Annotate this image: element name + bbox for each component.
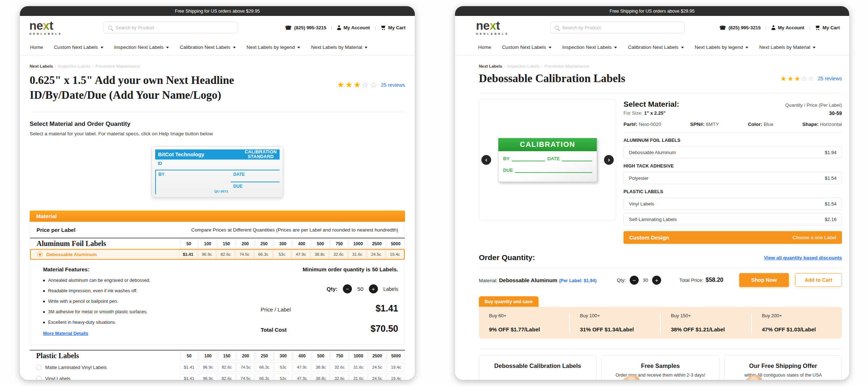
shop-now-button[interactable]: Shop Now (739, 273, 789, 287)
promo-card-free-shipping[interactable]: Our Free Shipping Offer within 48 contig… (724, 355, 842, 380)
label-due-field: DUE (231, 182, 280, 194)
material-row-label: Vinyl Labels (36, 376, 179, 380)
my-account-link[interactable]: My Account (771, 25, 804, 30)
option-debossable-aluminum[interactable]: Debossable Aluminum $1.94 (624, 146, 842, 158)
my-cart-link[interactable]: My Cart (815, 25, 840, 30)
option-vinyl-labels[interactable]: Vinyl Labels $1.54 (624, 198, 842, 210)
carousel-next-button[interactable]: › (604, 155, 614, 165)
feature-item: Annealed aluminum can be engraved or deb… (43, 278, 237, 283)
right-page-content: Next Labels › Inspection Labels › Preven… (455, 55, 849, 380)
radio-selected-icon[interactable] (37, 252, 43, 257)
radio-icon[interactable] (36, 376, 42, 380)
qty-increase-button[interactable]: + (369, 284, 378, 293)
nav-calibration-next-labels[interactable]: Calibration Next Labels (628, 44, 684, 50)
phone-number: (825) 995-3215 (294, 25, 326, 30)
nav-label: Inspection Next Labels (562, 44, 612, 50)
price-cell: 19.4c (387, 374, 405, 380)
search-input[interactable] (562, 25, 680, 30)
phone-link[interactable]: ☎(825) 995-3215 (719, 25, 761, 30)
qty-decrease-button[interactable]: − (343, 284, 352, 293)
site-logo[interactable]: next GENLABELS (29, 20, 62, 35)
qty-unit: Labels (383, 286, 398, 292)
star-icon: ★ (353, 81, 361, 89)
page-title: 0.625" x 1.5" Add your own Next Headline… (30, 73, 234, 102)
label-by-field: BYQC-3571 (155, 170, 231, 194)
search-input[interactable] (115, 25, 233, 30)
promo-card-free-samples[interactable]: Free Samples Order now and receive them … (601, 355, 719, 380)
nav-next-labels-by-legend[interactable]: Next Labels by legend (695, 44, 749, 50)
option-label: Polyester (629, 175, 648, 181)
price-cell: 82.6c (218, 374, 236, 380)
nav-next-labels-by-material[interactable]: Next Labels by Material (311, 44, 367, 50)
label-preview-body: ID DATE BYQC-3571 DUE (155, 160, 280, 194)
add-to-cart-button[interactable]: Add to Cart (795, 273, 842, 287)
spec-label: Color: (748, 122, 762, 127)
selected-material: Material:Debossable Aluminum(Per Label: … (479, 277, 596, 283)
nav-label: Next Labels by legend (695, 44, 743, 50)
breadcrumb-item[interactable]: Preventive Maintenance (545, 64, 589, 68)
per-label-price[interactable]: (Per Label: $1.94) (559, 278, 597, 283)
carousel-prev-button[interactable]: ‹ (481, 155, 491, 165)
qty-header-cell: 50 (180, 351, 198, 360)
breadcrumb-separator: › (541, 64, 543, 68)
breadcrumb-item[interactable]: Next Labels (479, 64, 502, 68)
qty-increase-button[interactable]: + (652, 276, 661, 285)
order-summary: Minimum order quantity is 50 Labels. Qty… (237, 266, 401, 336)
product-image-carousel: CALIBRATION BY DATE DUE ‹ › (479, 99, 616, 220)
search-icon (108, 26, 112, 30)
search-box (103, 22, 238, 33)
material-row-matte-laminated-vinyl[interactable]: Matte Laminated Vinyl Labels $1.4196.9c8… (30, 362, 405, 372)
nav-label: Calibration Next Labels (180, 44, 230, 50)
price-per-label: Price per Label (37, 227, 76, 233)
calibration-by-text: BY (503, 156, 510, 161)
qty-decrease-button[interactable]: − (630, 276, 639, 285)
breadcrumb-item[interactable]: Preventive Maintenance (95, 64, 140, 68)
material-features: Material Features: Annealed aluminum can… (43, 266, 237, 336)
custom-design-button[interactable]: Custom Design Choose a one Label (624, 231, 842, 244)
qty-value[interactable]: 30 (643, 277, 648, 283)
qty-value[interactable]: 50 (357, 286, 363, 292)
my-account-link[interactable]: My Account (337, 25, 370, 30)
nav-home[interactable]: Home (30, 44, 43, 50)
savings-panel: Buy 60+ 9% OFF $1.77/Label Buy 100+ 31% … (479, 307, 842, 339)
price-cell: 82.6c (218, 362, 236, 372)
savings-tier: Buy 60+ 9% OFF $1.77/Label (479, 313, 570, 332)
option-self-laminating[interactable]: Self-Laminating Labels $2.16 (624, 213, 842, 225)
tier-quantity: Buy 60+ (489, 313, 559, 318)
breadcrumb-item[interactable]: Inspection Labels (507, 64, 540, 68)
quantity-discounts-link[interactable]: View all quantity based discounts (764, 255, 842, 260)
breadcrumb-item[interactable]: Inspection Labels (58, 64, 90, 68)
breadcrumb-item[interactable]: Next Labels (30, 64, 53, 68)
radio-icon[interactable] (36, 365, 42, 370)
nav-home[interactable]: Home (478, 44, 491, 50)
divider (479, 93, 842, 93)
phone-link[interactable]: ☎(825) 995-3215 (285, 25, 327, 30)
header-actions: ☎(825) 995-3215 | My Account | My Cart (719, 25, 840, 30)
nav-calibration-next-labels[interactable]: Calibration Next Labels (180, 44, 236, 50)
nav-next-labels-by-material[interactable]: Next Labels by Material (759, 44, 816, 50)
material-row-label: Debossable Aluminum (37, 252, 178, 257)
option-polyester[interactable]: Polyester $1.54 (624, 172, 842, 184)
nav-inspection-next-labels[interactable]: Inspection Next Labels (562, 44, 617, 50)
nav-next-labels-by-legend[interactable]: Next Labels by legend (247, 44, 301, 50)
promo-card-debossable[interactable]: Debossable Calibration Labels CALIBRATIO… (479, 355, 596, 380)
reviews-link[interactable]: 25 reviews (818, 76, 842, 81)
nav-custom-next-labels[interactable]: Custom Next Labels (54, 44, 103, 50)
reviews-link[interactable]: 25 reviews (381, 82, 405, 88)
site-logo[interactable]: next GENLABELS (476, 20, 509, 35)
feature-item: 3M adhesive for metal or smooth plastic … (43, 309, 237, 314)
material-name: Matte Laminated Vinyl Labels (45, 365, 107, 370)
nav-label: Calibration Next Labels (628, 44, 678, 50)
buy-quantity-save-tab[interactable]: Buy quantity and save (479, 296, 539, 307)
my-cart-link[interactable]: My Cart (380, 25, 405, 30)
tier-offer: 31% OFF $1.34/Label (580, 326, 650, 332)
nav-inspection-next-labels[interactable]: Inspection Next Labels (114, 44, 169, 50)
nav-custom-next-labels[interactable]: Custom Next Labels (502, 44, 552, 50)
more-material-details-link[interactable]: More Material Details (43, 331, 88, 336)
quantity-row: Qty: − 50 + Labels (237, 284, 398, 293)
material-row-label: Matte Laminated Vinyl Labels (36, 365, 179, 370)
label-preview-header: BitCot Technology CALIBRATIONSTANDARD (155, 149, 280, 160)
product-specs-row: Part#: Next-0020 SPN#: 6MTY Color: Blue … (624, 122, 842, 133)
material-row-debossable-aluminum[interactable]: Debossable Aluminum $1.4196.9c82.6c74.5c… (30, 249, 405, 260)
material-row-vinyl-labels[interactable]: Vinyl Labels $1.4196.9c82.6c74.5c66.3c53… (30, 373, 405, 380)
